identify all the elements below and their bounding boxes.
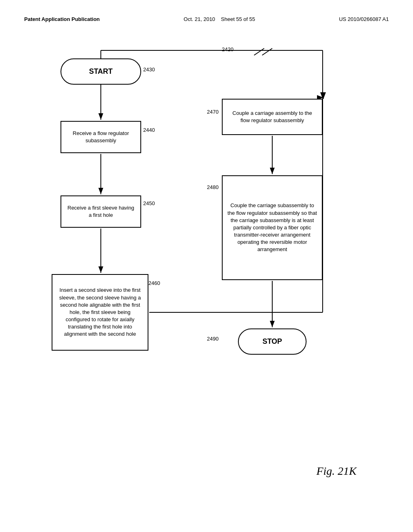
header-date-sheet: Oct. 21, 2010 Sheet 55 of 55 [184,16,255,22]
start-label: START [89,67,113,76]
ref-2430: 2430 [143,66,155,73]
ref-2460: 2460 [148,280,160,286]
ref-2450: 2450 [143,200,155,206]
box-2470-label: Couple a carriage assembly to the flow r… [227,110,317,124]
stop-label: STOP [263,337,282,346]
ref-2480: 2480 [207,184,219,190]
svg-line-14 [262,48,272,55]
svg-line-13 [254,48,264,55]
ref-2490: 2490 [207,336,219,342]
box-2440-label: Receive a flow regulator subassembly [66,130,136,144]
header-patent-number: US 2010/0266087 A1 [339,16,389,22]
arrows-svg [24,46,389,429]
ref-2470: 2470 [207,109,219,115]
box-2460: Insert a second sleeve into the first sl… [52,274,148,351]
figure-caption: Fig. 21K [316,465,357,478]
flow-container: 2420 START 2430 Receive a flow regulator… [24,46,389,429]
box-2480: Couple the carriage subassembly to the f… [222,175,323,280]
box-2440: Receive a flow regulator subassembly [60,121,141,153]
header-date: Oct. 21, 2010 [184,16,215,22]
diagram-area: 2420 START 2430 Receive a flow regulator… [24,46,389,490]
start-oval: START [60,58,141,85]
page: Patent Application Publication Oct. 21, … [0,0,413,532]
header-sheet: Sheet 55 of 55 [221,16,255,22]
header: Patent Application Publication Oct. 21, … [24,16,389,22]
box-2470: Couple a carriage assembly to the flow r… [222,99,323,135]
ref-2420: 2420 [222,46,234,52]
header-publication: Patent Application Publication [24,16,100,22]
box-2450-label: Receive a first sleeve having a first ho… [66,204,136,219]
box-2480-label: Couple the carriage subassembly to the f… [227,202,317,253]
stop-oval: STOP [238,328,307,355]
ref-2440: 2440 [143,127,155,133]
box-2460-label: Insert a second sleeve into the first sl… [57,287,143,338]
box-2450: Receive a first sleeve having a first ho… [60,195,141,228]
